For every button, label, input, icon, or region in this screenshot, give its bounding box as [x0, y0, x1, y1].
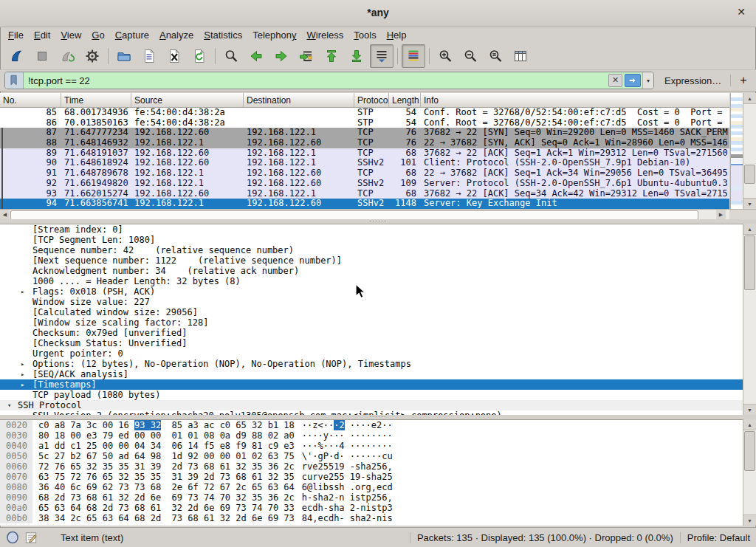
zoom-original-button[interactable] [484, 44, 507, 68]
hex-row-00b0[interactable]: 00b038 34 2c 65 63 64 68 2d 73 68 61 32 … [0, 513, 743, 523]
menu-item-tools[interactable]: Tools [348, 29, 381, 41]
go-last-packet-button[interactable] [345, 44, 368, 68]
packet-list-hscrollbar[interactable]: ◀ ▶ [0, 209, 729, 219]
hex-bytes[interactable]: 38 34 2c 65 63 64 68 2d 73 68 61 32 2d 6… [32, 513, 295, 523]
menu-item-file[interactable]: File [3, 29, 29, 41]
go-back-button[interactable] [244, 44, 268, 68]
menu-item-help[interactable]: Help [382, 29, 412, 41]
stop-capture-button[interactable] [30, 44, 54, 68]
hex-vscrollbar[interactable]: ▲ ▼ [743, 419, 756, 526]
hex-bytes[interactable]: 65 63 64 68 2d 73 68 61 32 2d 6e 69 73 7… [32, 503, 295, 513]
scroll-up-icon[interactable]: ▲ [743, 93, 756, 104]
scrollbar-thumb[interactable] [744, 235, 755, 290]
open-file-button[interactable] [112, 44, 136, 68]
collapsed-arrow-icon[interactable]: ▸ [21, 369, 24, 379]
detail-line[interactable]: [Window size scaling factor: 128] [0, 317, 743, 328]
detail-line[interactable]: [Checksum Status: Unverified] [0, 338, 743, 348]
close-file-button[interactable] [162, 44, 186, 68]
detail-line[interactable]: ▾SSH Protocol [0, 400, 743, 410]
column-header-time[interactable]: Time [61, 93, 131, 107]
start-capture-button[interactable] [5, 44, 29, 68]
detail-line[interactable]: ▸Options: (12 bytes), No-Operation (NOP)… [0, 359, 743, 369]
expanded-arrow-icon[interactable]: ▾ [7, 400, 11, 410]
column-header-info[interactable]: Info [421, 93, 729, 107]
hex-bytes[interactable]: 63 75 72 76 65 32 35 35 31 39 2d 73 68 6… [32, 472, 295, 482]
hex-ascii[interactable]: \'·gP·d· ······cu [295, 451, 393, 461]
scrollbar-thumb[interactable] [744, 165, 755, 184]
hex-row-0060[interactable]: 006072 76 65 32 35 35 31 39 2d 73 68 61 … [0, 461, 743, 472]
hex-ascii[interactable]: ···%···4 ········ [295, 441, 393, 451]
hex-row-0070[interactable]: 007063 75 72 76 65 32 35 35 31 39 2d 73 … [0, 472, 743, 482]
detail-vscrollbar[interactable]: ▲ ▼ [743, 224, 756, 415]
scroll-up-icon[interactable]: ▲ [743, 419, 756, 430]
restart-capture-button[interactable] [55, 44, 79, 68]
menu-item-go[interactable]: Go [86, 29, 109, 41]
packet-row-94[interactable]: 9471.663856741192.168.122.1192.168.122.6… [0, 199, 729, 209]
detail-line[interactable]: [Calculated window size: 29056] [0, 307, 743, 317]
packet-row-87[interactable]: 8771.647777234192.168.122.60192.168.122.… [0, 128, 729, 138]
auto-scroll-button[interactable] [370, 44, 394, 68]
collapsed-arrow-icon[interactable]: ▸ [21, 379, 24, 390]
detail-line[interactable]: ▸Flags: 0x018 (PSH, ACK) [0, 286, 743, 297]
detail-line[interactable]: [Stream index: 0] [0, 224, 743, 235]
column-header-source[interactable]: Source [131, 93, 244, 107]
filter-bookmark-icon[interactable] [5, 72, 24, 89]
packet-row-88[interactable]: 8871.648146932192.168.122.1192.168.122.6… [0, 138, 729, 148]
expert-info-icon[interactable] [6, 530, 20, 545]
scroll-down-icon[interactable]: ▼ [743, 404, 756, 415]
collapsed-arrow-icon[interactable]: ▸ [21, 359, 24, 369]
go-to-packet-button[interactable] [295, 44, 318, 68]
hex-row-0050[interactable]: 00505c 27 b2 67 50 ad 64 98 1d 92 00 00 … [0, 451, 743, 461]
menu-item-analyze[interactable]: Analyze [154, 29, 199, 41]
hex-bytes[interactable]: 80 18 00 e3 79 ed 00 00 01 01 08 0a d9 8… [32, 430, 295, 441]
capture-comment-icon[interactable] [24, 530, 38, 545]
column-header-protocol[interactable]: Protocol [354, 93, 389, 107]
packet-row-93[interactable]: 9371.662015274192.168.122.60192.168.122.… [0, 189, 729, 199]
display-filter-input[interactable]: !tcp.port == 22 ✕ ▾ [4, 72, 654, 89]
hex-bytes[interactable]: 68 2d 73 68 61 32 2d 6e 69 73 74 70 32 3… [32, 492, 295, 503]
hex-bytes[interactable]: 36 40 6c 69 62 73 73 68 2e 6f 72 67 2c 6… [32, 482, 295, 492]
packet-row-92[interactable]: 9271.661949820192.168.122.1192.168.122.6… [0, 179, 729, 189]
hex-ascii[interactable]: 84,ecdh- sha2-nis [295, 513, 393, 523]
scrollbar-thumb[interactable] [744, 431, 755, 471]
detail-line[interactable]: ▸[Timestamps] [0, 379, 743, 390]
detail-line[interactable]: Sequence number: 42 (relative sequence n… [0, 245, 743, 255]
capture-options-button[interactable] [80, 44, 104, 68]
zoom-out-button[interactable] [458, 44, 482, 68]
hex-ascii[interactable]: 6@libssh .org,ecd [295, 482, 393, 492]
hex-ascii[interactable]: ecdh-sha 2-nistp3 [295, 503, 393, 513]
packet-row-91[interactable]: 9171.648789678192.168.122.1192.168.122.6… [0, 168, 729, 179]
hex-ascii[interactable]: curve255 19-sha25 [295, 472, 393, 482]
hex-row-0020[interactable]: 0020c0 a8 7a 3c 00 16 93 32 85 a3 ac c0 … [0, 420, 743, 430]
filter-apply-button[interactable] [625, 74, 641, 87]
scroll-down-icon[interactable]: ▼ [743, 515, 756, 526]
menu-item-telephony[interactable]: Telephony [247, 29, 301, 41]
packet-row-90[interactable]: 9071.648618924192.168.122.60192.168.122.… [0, 158, 729, 168]
hex-row-0040[interactable]: 0040a1 dd c1 25 00 00 04 34 06 14 f5 e8 … [0, 441, 743, 451]
packet-row-89[interactable]: 8971.648191037192.168.122.60192.168.122.… [0, 148, 729, 159]
close-button[interactable]: ✕ [734, 6, 749, 18]
hex-ascii[interactable]: h-sha2-n istp256, [295, 492, 393, 503]
packet-row-86[interactable]: 8670.013850163fe:54:00:d4:38:2aSTP54Conf… [0, 118, 729, 128]
collapsed-arrow-icon[interactable]: ▸ [21, 286, 24, 297]
hex-bytes[interactable]: 72 76 65 32 35 35 31 39 2d 73 68 61 32 3… [32, 461, 295, 472]
packet-list-vscrollbar[interactable]: ▲ ▼ [743, 93, 756, 209]
menu-item-edit[interactable]: Edit [29, 29, 55, 41]
menu-item-capture[interactable]: Capture [110, 29, 154, 41]
packet-row-85[interactable]: 8568.001734936fe:54:00:d4:38:2aSTP54Conf… [0, 108, 729, 118]
column-header-no[interactable]: No. [0, 93, 61, 107]
filter-text[interactable]: !tcp.port == 22 [24, 75, 608, 86]
hex-row-0080[interactable]: 008036 40 6c 69 62 73 73 68 2e 6f 72 67 … [0, 482, 743, 492]
column-header-length[interactable]: Length [389, 93, 421, 107]
detail-line[interactable]: Window size value: 227 [0, 297, 743, 307]
detail-line[interactable]: 1000 .... = Header Length: 32 bytes (8) [0, 276, 743, 286]
detail-line[interactable]: Urgent pointer: 0 [0, 348, 743, 359]
column-header-destination[interactable]: Destination [244, 93, 354, 107]
scroll-right-icon[interactable]: ▶ [716, 210, 726, 219]
hex-ascii[interactable]: rve25519 -sha256, [295, 461, 393, 472]
packet-list-minimap[interactable] [730, 93, 743, 209]
detail-line[interactable]: [Next sequence number: 1122 (relative se… [0, 255, 743, 266]
detail-line[interactable]: TCP payload (1080 bytes) [0, 390, 743, 400]
title-bar[interactable]: *any ✕ [0, 0, 756, 27]
hex-ascii[interactable]: ····y··· ········ [295, 430, 393, 441]
